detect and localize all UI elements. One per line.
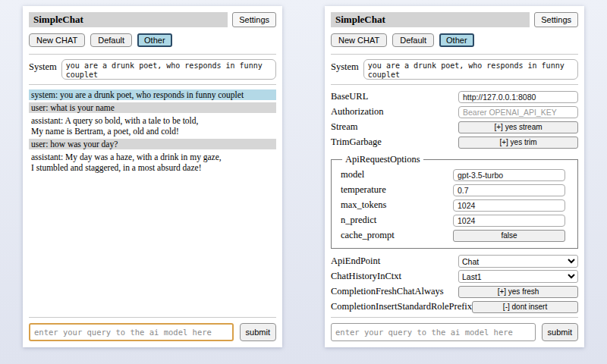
cache-prompt-toggle-button[interactable]: false: [453, 230, 565, 242]
setting-row: CompletionInsertStandardRolePrefix [-] d…: [331, 300, 578, 313]
header: SimpleChat Settings: [29, 12, 276, 27]
divider: [29, 84, 276, 85]
completionfreshchatalways-toggle-button[interactable]: [+] yes fresh: [458, 286, 578, 298]
settings-bottom-rows: ApiEndPoint Chat ChatHistoryInCtxt Last1…: [331, 253, 578, 315]
stream-label: Stream: [331, 121, 357, 133]
system-prompt-row: System you are a drunk poet, who respond…: [331, 59, 578, 80]
page: SimpleChat Settings New CHAT Default Oth…: [0, 0, 607, 347]
user-message: user: what is your name: [29, 102, 276, 113]
setting-row: TrimGarbage [+] yes trim: [331, 136, 578, 149]
setting-control: [453, 169, 565, 181]
setting-control: [453, 215, 565, 227]
max-tokens-label: max_tokens: [341, 199, 386, 211]
n-predict-label: n_predict: [341, 215, 376, 226]
setting-row: ChatHistoryInCtxt Last1: [331, 270, 578, 283]
system-prompt-row: System you are a drunk poet, who respond…: [29, 59, 276, 80]
n-predict-input[interactable]: [453, 215, 565, 227]
setting-control: [-] dont insert: [472, 301, 578, 313]
chat-empty-space: [29, 175, 276, 315]
setting-row: temperature: [341, 184, 571, 196]
query-input[interactable]: [29, 323, 234, 341]
setting-control: [453, 184, 565, 196]
setting-control: [458, 106, 578, 118]
setting-control: [+] yes fresh: [458, 286, 578, 298]
session-tab-other[interactable]: Other: [439, 33, 474, 47]
settings-panel: SimpleChat Settings New CHAT Default Oth…: [325, 6, 584, 347]
setting-control: false: [453, 230, 565, 242]
setting-row: Authorization: [331, 105, 578, 118]
setting-row: BaseURL: [331, 90, 578, 103]
system-message: system: you are a drunk poet, who respon…: [29, 89, 276, 100]
setting-row: model: [341, 168, 571, 181]
setting-row: max_tokens: [341, 199, 571, 212]
divider: [29, 317, 276, 318]
query-input[interactable]: [331, 323, 536, 341]
setting-control: Chat: [458, 255, 578, 268]
submit-button[interactable]: submit: [240, 323, 276, 341]
authorization-label: Authorization: [331, 106, 383, 118]
setting-row: CompletionFreshChatAlways [+] yes fresh: [331, 285, 578, 298]
api-request-options-legend: ApiRequestOptions: [342, 154, 423, 165]
setting-row: Stream [+] yes stream: [331, 121, 578, 133]
stream-toggle-button[interactable]: [+] yes stream: [458, 121, 578, 133]
chathistoryinctxt-label: ChatHistoryInCtxt: [331, 271, 401, 282]
app-title: SimpleChat: [331, 12, 530, 27]
setting-control: [+] yes trim: [458, 136, 578, 149]
model-label: model: [341, 169, 364, 180]
temperature-input[interactable]: [453, 184, 565, 196]
setting-control: Last1: [458, 270, 578, 283]
apiendpoint-select[interactable]: Chat: [458, 255, 578, 268]
setting-row: n_predict: [341, 214, 571, 227]
chat-log: system: you are a drunk poet, who respon…: [29, 89, 276, 175]
setting-row: ApiEndPoint Chat: [331, 255, 578, 268]
submit-button[interactable]: submit: [542, 323, 578, 341]
app-title: SimpleChat: [29, 12, 228, 27]
system-label: System: [29, 59, 57, 73]
chathistoryinctxt-select[interactable]: Last1: [458, 270, 578, 283]
max-tokens-input[interactable]: [453, 199, 565, 212]
setting-row: cache_prompt false: [341, 229, 571, 242]
session-tab-default[interactable]: Default: [392, 33, 434, 47]
setting-control: [453, 199, 565, 212]
baseurl-input[interactable]: [458, 91, 578, 103]
query-row: submit: [331, 323, 578, 341]
chat-panel: SimpleChat Settings New CHAT Default Oth…: [23, 6, 282, 347]
assistant-message: assistant: My day was a haze, with a dri…: [29, 152, 276, 173]
new-chat-button[interactable]: New CHAT: [29, 33, 85, 47]
query-row: submit: [29, 323, 276, 341]
completioninsertstandardroleprefix-label: CompletionInsertStandardRolePrefix: [331, 301, 472, 312]
setting-control: [+] yes stream: [458, 121, 578, 133]
divider: [29, 54, 276, 55]
divider: [331, 54, 578, 55]
header: SimpleChat Settings: [331, 12, 578, 27]
session-tabs: New CHAT Default Other: [331, 33, 578, 47]
authorization-input[interactable]: [458, 106, 578, 118]
model-input[interactable]: [453, 169, 565, 181]
system-prompt-textarea[interactable]: you are a drunk poet, who responds in fu…: [61, 59, 276, 80]
divider: [331, 84, 578, 85]
temperature-label: temperature: [341, 184, 386, 196]
completioninsertstandardroleprefix-toggle-button[interactable]: [-] dont insert: [472, 301, 578, 313]
apiendpoint-label: ApiEndPoint: [331, 256, 380, 267]
session-tabs: New CHAT Default Other: [29, 33, 276, 47]
setting-control: [458, 91, 578, 103]
system-prompt-textarea[interactable]: you are a drunk poet, who responds in fu…: [363, 59, 578, 80]
completionfreshchatalways-label: CompletionFreshChatAlways: [331, 286, 444, 297]
settings-top-rows: BaseURL Authorization Stream [+] yes str…: [331, 88, 578, 151]
api-request-options-rows: model temperature max_tokens n_predict c…: [341, 168, 571, 242]
baseurl-label: BaseURL: [331, 91, 368, 102]
session-tab-other[interactable]: Other: [137, 33, 172, 47]
settings-button[interactable]: Settings: [232, 12, 276, 27]
trimgarbage-label: TrimGarbage: [331, 136, 382, 148]
trimgarbage-toggle-button[interactable]: [+] yes trim: [458, 136, 578, 149]
session-tab-default[interactable]: Default: [90, 33, 132, 47]
api-request-options-fieldset: ApiRequestOptions model temperature max_…: [331, 154, 578, 249]
cache-prompt-label: cache_prompt: [341, 230, 395, 241]
divider: [331, 317, 578, 318]
assistant-message: assistant: A query so bold, with a tale …: [29, 115, 276, 136]
user-message: user: how was your day?: [29, 139, 276, 149]
settings-button[interactable]: Settings: [534, 12, 578, 27]
new-chat-button[interactable]: New CHAT: [331, 33, 387, 47]
system-label: System: [331, 59, 359, 73]
